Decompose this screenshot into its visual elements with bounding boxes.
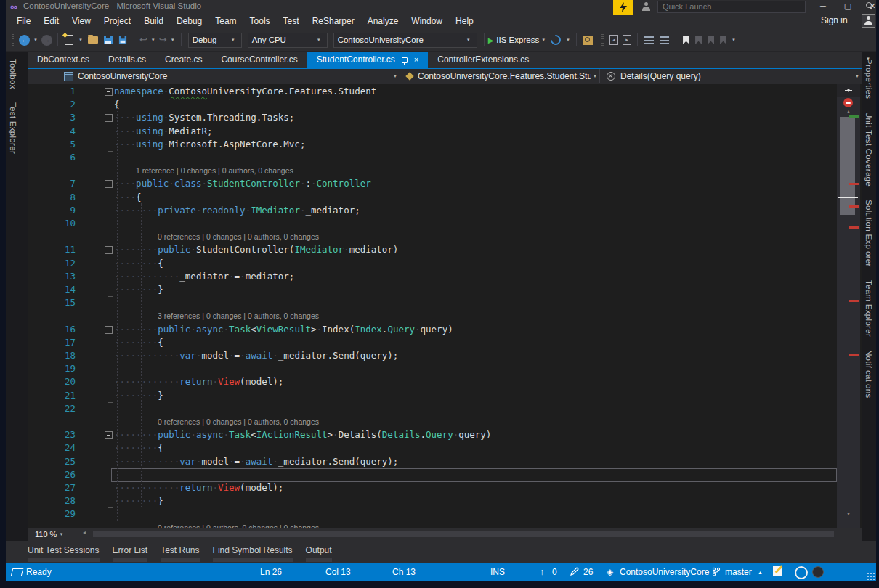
editor-splitter-handle[interactable]: [837, 84, 860, 97]
code-line-11[interactable]: 11········public·StudentController(IMedi…: [28, 243, 837, 256]
line-number[interactable]: 14: [28, 283, 76, 296]
fold-collapse-icon[interactable]: [105, 114, 113, 122]
member-dropdown[interactable]: Details(Query query)▼: [600, 69, 862, 83]
menu-team[interactable]: Team: [208, 13, 243, 29]
scroll-left-arrow[interactable]: ◂: [83, 529, 86, 536]
menu-test[interactable]: Test: [277, 13, 306, 29]
navigate-next-icon[interactable]: ▸: [623, 35, 631, 45]
panel-tab-find-symbol-results[interactable]: Find Symbol Results: [213, 541, 293, 563]
side-tab-solution-explorer[interactable]: Solution Explorer: [862, 193, 876, 274]
code-line-8[interactable]: 8····{: [28, 191, 837, 204]
run-target-dropdown[interactable]: ▼: [541, 38, 546, 42]
code-line-14[interactable]: 14········}: [28, 283, 837, 296]
start-debugging-icon[interactable]: ▶: [488, 36, 494, 44]
line-number[interactable]: 18: [28, 349, 76, 362]
code-line-13[interactable]: 13············_mediator·=·mediator;: [28, 270, 837, 283]
lightning-icon[interactable]: [613, 0, 633, 15]
feedback-smiley-icon[interactable]: [795, 566, 808, 579]
line-number[interactable]: 24: [28, 441, 76, 454]
run-target-label[interactable]: IIS Express: [496, 36, 539, 44]
code-line-19[interactable]: 19: [28, 362, 837, 375]
horizontal-scrollbar[interactable]: 110 %▼ ◂: [28, 528, 862, 541]
menu-tools[interactable]: Tools: [243, 13, 277, 29]
panel-tab-error-list[interactable]: Error List: [113, 541, 148, 563]
incoming-commits-icon[interactable]: ↑: [540, 567, 544, 577]
line-number[interactable]: 2: [28, 98, 76, 111]
menu-help[interactable]: Help: [449, 13, 480, 29]
resharper-error-status-icon[interactable]: [843, 98, 853, 107]
line-number[interactable]: 16: [28, 323, 76, 336]
menu-file[interactable]: File: [10, 13, 37, 29]
tab-studentcontroller-cs[interactable]: StudentController.cs×: [307, 52, 429, 68]
code-line-9[interactable]: 9········private·readonly·IMediator·_med…: [28, 204, 837, 217]
line-number[interactable]: 17: [28, 336, 76, 349]
branch-name[interactable]: master: [725, 567, 752, 577]
repository-icon[interactable]: ◈: [607, 567, 613, 577]
line-number[interactable]: 15: [28, 296, 76, 309]
navigate-previous-icon[interactable]: ◂: [609, 35, 618, 45]
codelens-row[interactable]: 3 references | 0 changes | 0 authors, 0 …: [28, 309, 837, 322]
redo-button[interactable]: ↪: [159, 35, 167, 45]
navigate-back-dropdown[interactable]: ▼: [33, 38, 38, 42]
code-line-21[interactable]: 21········}: [28, 389, 837, 402]
line-number[interactable]: 27: [28, 481, 76, 494]
quick-launch-input[interactable]: Quick Launch: [657, 1, 806, 13]
line-number[interactable]: 6: [28, 151, 76, 164]
code-line-4[interactable]: 4····using·MediatR;: [28, 125, 837, 138]
code-line-10[interactable]: 10: [28, 217, 837, 230]
scroll-down-arrow[interactable]: ▼: [837, 511, 860, 516]
error-mark[interactable]: [849, 226, 859, 229]
refresh-icon[interactable]: [548, 33, 563, 47]
tab-create-cs[interactable]: Create.cs: [155, 52, 211, 68]
navigate-forward-button[interactable]: →: [41, 35, 52, 46]
line-number[interactable]: 1: [28, 85, 76, 98]
fold-collapse-icon[interactable]: [105, 88, 113, 96]
line-number[interactable]: 29: [28, 507, 76, 520]
zoom-level-dropdown[interactable]: 110 %▼: [29, 528, 81, 540]
menu-resharper[interactable]: ReSharper: [306, 13, 361, 29]
code-line-26[interactable]: 26: [28, 468, 837, 481]
pin-icon[interactable]: [402, 57, 408, 63]
new-file-dropdown[interactable]: ▼: [78, 38, 83, 42]
person-icon[interactable]: [641, 2, 652, 12]
tab-coursecontroller-cs[interactable]: CourseController.cs: [211, 52, 307, 68]
menu-edit[interactable]: Edit: [37, 13, 65, 29]
codelens-row[interactable]: 1 reference | 0 changes | 0 authors, 0 c…: [28, 164, 837, 177]
menu-view[interactable]: View: [65, 13, 97, 29]
line-number[interactable]: 3: [28, 111, 76, 124]
code-line-16[interactable]: 16········public·async·Task<ViewResult>·…: [28, 323, 837, 336]
line-number[interactable]: 23: [28, 428, 76, 441]
line-number[interactable]: 8: [28, 191, 76, 204]
previous-bookmark-icon[interactable]: [695, 36, 702, 44]
menu-build[interactable]: Build: [137, 13, 170, 29]
error-mark[interactable]: [849, 183, 859, 185]
undo-button[interactable]: ↩: [139, 35, 147, 45]
code-line-18[interactable]: 18············var·model·=·await·_mediato…: [28, 349, 837, 362]
fold-collapse-icon[interactable]: [105, 246, 113, 254]
pending-edits-count[interactable]: 26: [583, 567, 593, 577]
code-line-23[interactable]: 23········public·async·Task<IActionResul…: [28, 428, 837, 441]
menu-window[interactable]: Window: [405, 13, 449, 29]
line-number[interactable]: 4: [28, 125, 76, 138]
line-number[interactable]: 5: [28, 138, 76, 151]
code-line-2[interactable]: 2{: [28, 98, 837, 111]
code-line-7[interactable]: 7····public·class·StudentController·:·Co…: [28, 177, 837, 190]
side-tab-toolbox[interactable]: Toolbox: [6, 52, 20, 96]
line-number[interactable]: 21: [28, 389, 76, 402]
line-number[interactable]: 22: [28, 402, 76, 415]
clear-bookmarks-icon[interactable]: [720, 36, 726, 44]
error-mark[interactable]: [849, 300, 859, 302]
panel-tab-output[interactable]: Output: [306, 541, 332, 563]
toolbar-grip[interactable]: [12, 34, 14, 46]
line-number[interactable]: 28: [28, 494, 76, 507]
codelens-row[interactable]: 0 references | 0 authors, 0 changes | 0 …: [28, 521, 837, 528]
line-number[interactable]: 25: [28, 455, 76, 468]
panel-tab-test-runs[interactable]: Test Runs: [161, 541, 199, 563]
hscrollbar-thumb[interactable]: [93, 531, 834, 537]
code-line-29[interactable]: 29: [28, 507, 837, 520]
scroll-up-arrow[interactable]: ▲: [837, 109, 860, 114]
code-line-3[interactable]: 3····using·System.Threading.Tasks;: [28, 111, 837, 124]
incoming-commits-count[interactable]: 0: [552, 567, 557, 577]
side-tab-notifications[interactable]: Notifications: [862, 343, 876, 405]
solution-platform-dropdown[interactable]: Any CPU▼: [248, 33, 328, 48]
